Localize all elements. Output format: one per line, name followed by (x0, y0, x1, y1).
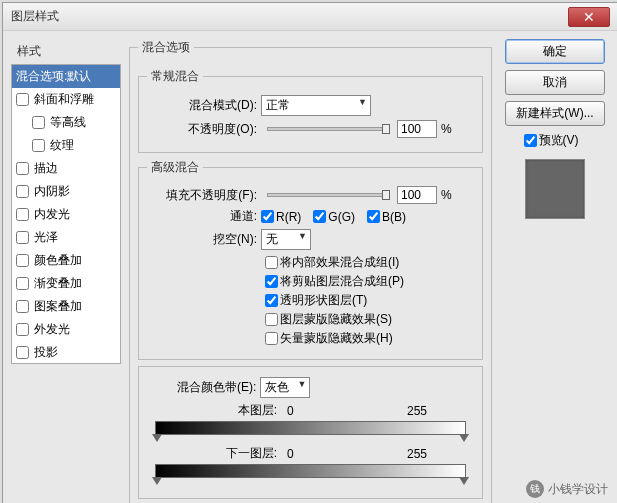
styles-list: 混合选项:默认斜面和浮雕等高线纹理描边内阴影内发光光泽颜色叠加渐变叠加图案叠加外… (11, 64, 121, 364)
layer-style-dialog: 图层样式 ✕ 样式 混合选项:默认斜面和浮雕等高线纹理描边内阴影内发光光泽颜色叠… (2, 2, 617, 503)
style-item-label: 图案叠加 (34, 298, 82, 315)
style-item-label: 外发光 (34, 321, 70, 338)
styles-panel: 样式 混合选项:默认斜面和浮雕等高线纹理描边内阴影内发光光泽颜色叠加渐变叠加图案… (11, 39, 121, 464)
style-item-label: 内阴影 (34, 183, 70, 200)
style-item-label: 投影 (34, 344, 58, 361)
style-item-label: 颜色叠加 (34, 252, 82, 269)
style-item-label: 斜面和浮雕 (34, 91, 94, 108)
style-item-label: 描边 (34, 160, 58, 177)
general-blend-group: 常规混合 混合模式(D): 正常 不透明度(O): 100 % (138, 68, 483, 153)
advanced-option-checkbox[interactable]: 图层蒙版隐藏效果(S) (265, 311, 474, 328)
style-item-checkbox[interactable] (16, 185, 29, 198)
advanced-blend-group: 高级混合 填充不透明度(F): 100 % 通道: R(R) G(G) B(B) (138, 159, 483, 360)
style-item-label: 光泽 (34, 229, 58, 246)
opacity-slider[interactable] (267, 127, 387, 131)
blend-if-label: 混合颜色带(E): (177, 379, 256, 396)
fill-opacity-label: 填充不透明度(F): (147, 187, 257, 204)
style-item-checkbox[interactable] (16, 231, 29, 244)
this-layer-label: 本图层: (207, 402, 277, 419)
style-item[interactable]: 斜面和浮雕 (12, 88, 120, 111)
style-item[interactable]: 内阴影 (12, 180, 120, 203)
window-close-button[interactable]: ✕ (568, 7, 610, 27)
advanced-option-checkbox[interactable]: 透明形状图层(T) (265, 292, 474, 309)
style-item[interactable]: 内发光 (12, 203, 120, 226)
style-item-label: 等高线 (50, 114, 86, 131)
style-item-label: 纹理 (50, 137, 74, 154)
window-title: 图层样式 (11, 8, 59, 25)
knockout-select[interactable]: 无 (261, 229, 311, 250)
style-item[interactable]: 混合选项:默认 (12, 65, 120, 88)
channel-r-checkbox[interactable]: R(R) (261, 210, 301, 224)
this-layer-gradient[interactable] (155, 421, 466, 435)
style-item-checkbox[interactable] (16, 162, 29, 175)
fill-opacity-slider[interactable] (267, 193, 387, 197)
style-item-checkbox[interactable] (16, 300, 29, 313)
advanced-option-checkbox[interactable]: 矢量蒙版隐藏效果(H) (265, 330, 474, 347)
new-style-button[interactable]: 新建样式(W)... (505, 101, 605, 126)
style-item-checkbox[interactable] (16, 254, 29, 267)
style-item-label: 混合选项:默认 (16, 68, 91, 85)
opacity-input[interactable]: 100 (397, 120, 437, 138)
blend-mode-select[interactable]: 正常 (261, 95, 371, 116)
style-item[interactable]: 纹理 (12, 134, 120, 157)
style-item[interactable]: 描边 (12, 157, 120, 180)
style-item[interactable]: 外发光 (12, 318, 120, 341)
blend-options-group: 混合选项 常规混合 混合模式(D): 正常 不透明度(O): 100 % (129, 39, 492, 503)
blend-mode-label: 混合模式(D): (147, 97, 257, 114)
style-item[interactable]: 图案叠加 (12, 295, 120, 318)
style-item[interactable]: 渐变叠加 (12, 272, 120, 295)
style-item-label: 渐变叠加 (34, 275, 82, 292)
styles-header: 样式 (11, 39, 121, 64)
preview-swatch (525, 159, 585, 219)
underlying-layer-gradient[interactable] (155, 464, 466, 478)
style-item[interactable]: 投影 (12, 341, 120, 364)
ok-button[interactable]: 确定 (505, 39, 605, 64)
style-item-checkbox[interactable] (32, 139, 45, 152)
style-item[interactable]: 光泽 (12, 226, 120, 249)
blend-if-group: 混合颜色带(E): 灰色 本图层: 0 255 下一图层: 0 255 (138, 366, 483, 499)
style-item-checkbox[interactable] (16, 346, 29, 359)
knockout-label: 挖空(N): (147, 231, 257, 248)
underlying-layer-label: 下一图层: (207, 445, 277, 462)
opacity-label: 不透明度(O): (147, 121, 257, 138)
fill-opacity-input[interactable]: 100 (397, 186, 437, 204)
style-item-label: 内发光 (34, 206, 70, 223)
style-item-checkbox[interactable] (16, 93, 29, 106)
blend-options-legend: 混合选项 (138, 39, 194, 56)
advanced-option-checkbox[interactable]: 将内部效果混合成组(I) (265, 254, 474, 271)
preview-checkbox[interactable]: 预览(V) (524, 132, 579, 149)
watermark-icon: 钱 (526, 480, 544, 498)
watermark: 钱 小钱学设计 (526, 480, 608, 498)
style-item-checkbox[interactable] (32, 116, 45, 129)
style-item[interactable]: 等高线 (12, 111, 120, 134)
cancel-button[interactable]: 取消 (505, 70, 605, 95)
channel-g-checkbox[interactable]: G(G) (313, 210, 355, 224)
channels-label: 通道: (147, 208, 257, 225)
style-item-checkbox[interactable] (16, 323, 29, 336)
blend-if-select[interactable]: 灰色 (260, 377, 310, 398)
style-item[interactable]: 颜色叠加 (12, 249, 120, 272)
advanced-option-checkbox[interactable]: 将剪贴图层混合成组(P) (265, 273, 474, 290)
style-item-checkbox[interactable] (16, 277, 29, 290)
titlebar: 图层样式 ✕ (3, 3, 617, 31)
style-item-checkbox[interactable] (16, 208, 29, 221)
channel-b-checkbox[interactable]: B(B) (367, 210, 406, 224)
